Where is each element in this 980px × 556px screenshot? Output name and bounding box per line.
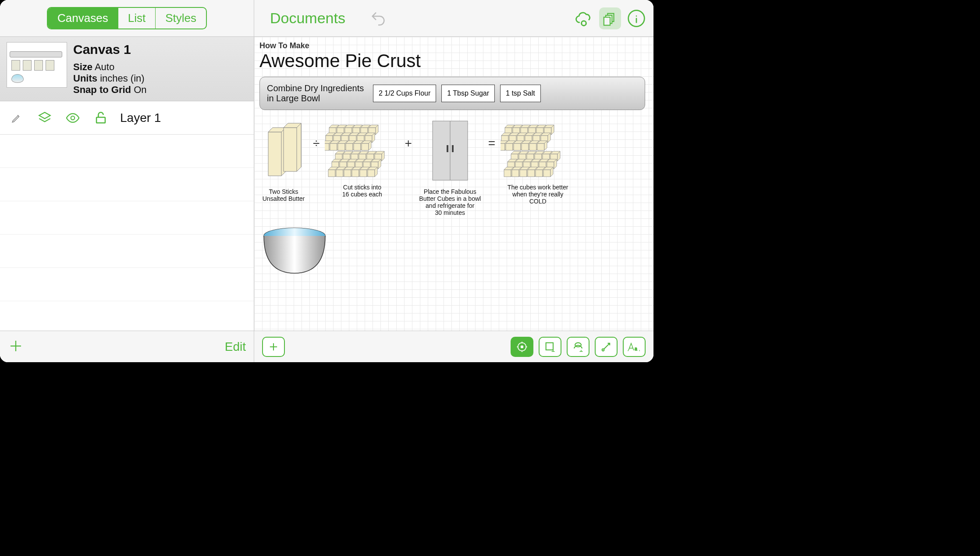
- svg-rect-20: [546, 342, 553, 349]
- canvas-area[interactable]: How To Make Awesome Pie Crust Combine Dr…: [254, 37, 653, 331]
- list-item: [0, 168, 254, 201]
- documents-button[interactable]: Documents: [270, 10, 345, 27]
- tab-list[interactable]: List: [118, 8, 156, 29]
- cloud-sync-icon[interactable]: [573, 7, 595, 29]
- diagram-cubes[interactable]: Cut sticks into 16 cubes each: [325, 119, 399, 198]
- layer-name: Layer 1: [120, 111, 161, 125]
- document-content: How To Make Awesome Pie Crust Combine Dr…: [259, 41, 645, 279]
- right-bottom-toolbar: a: [254, 331, 653, 362]
- caption: Cut sticks into 16 cubes each: [342, 184, 382, 198]
- canvases-icon[interactable]: [599, 7, 621, 29]
- canvas-thumbnail: [7, 42, 67, 88]
- svg-point-19: [521, 346, 523, 348]
- svg-rect-14: [447, 145, 448, 152]
- list-item: [0, 268, 254, 301]
- layers-list: Layer 1: [0, 101, 254, 331]
- svg-rect-15: [452, 145, 454, 152]
- add-shape-button[interactable]: [262, 337, 285, 357]
- svg-point-0: [71, 116, 75, 120]
- caption: Two Sticks Unsalted Butter: [263, 188, 305, 202]
- list-item: [0, 135, 254, 168]
- svg-rect-1: [96, 117, 105, 123]
- left-toolbar: Canvases List Styles: [0, 0, 254, 37]
- step-text: Combine Dry Ingredients in Large Bowl: [267, 83, 368, 103]
- ingredient-box[interactable]: 1 tsp Salt: [500, 85, 541, 102]
- list-item: [0, 235, 254, 268]
- line-tool[interactable]: [595, 337, 618, 357]
- layers-icon[interactable]: [36, 109, 53, 127]
- add-button[interactable]: [8, 338, 24, 356]
- view-segmented-control: Canvases List Styles: [47, 7, 207, 29]
- canvas-info: Canvas 1 Size Auto Units inches (in) Sna…: [73, 42, 146, 96]
- diagram: Two Sticks Unsalted Butter ÷: [259, 119, 645, 216]
- text-tool[interactable]: a: [623, 337, 646, 357]
- caption: Place the Fabulous Butter Cubes in a bow…: [417, 188, 483, 216]
- unlock-icon[interactable]: [92, 109, 110, 127]
- tab-canvases[interactable]: Canvases: [48, 8, 118, 29]
- doc-subtitle: How To Make: [259, 41, 645, 50]
- canvas-list-item[interactable]: Canvas 1 Size Auto Units inches (in) Sna…: [0, 37, 254, 101]
- canvas-title: Canvas 1: [73, 42, 146, 57]
- edit-button[interactable]: Edit: [225, 340, 246, 354]
- pencil-icon[interactable]: [8, 109, 25, 127]
- eye-icon[interactable]: [64, 109, 82, 127]
- ingredient-box[interactable]: 1 Tbsp Sugar: [441, 85, 495, 102]
- info-icon[interactable]: [625, 7, 647, 29]
- step-box[interactable]: Combine Dry Ingredients in Large Bowl 2 …: [259, 77, 645, 110]
- freehand-tool[interactable]: [567, 337, 589, 357]
- plus-operator: +: [405, 136, 412, 150]
- undo-button[interactable]: [367, 7, 389, 29]
- divide-operator: ÷: [313, 136, 320, 150]
- rectangle-tool[interactable]: [539, 337, 561, 357]
- doc-title: Awesome Pie Crust: [259, 50, 645, 71]
- svg-rect-4: [604, 17, 610, 25]
- caption: The cubes work better when they're reall…: [505, 184, 571, 205]
- layer-row[interactable]: Layer 1: [0, 101, 254, 135]
- tab-styles[interactable]: Styles: [156, 8, 206, 29]
- diagram-bowl[interactable]: [259, 225, 645, 279]
- right-toolbar: Documents: [254, 0, 653, 37]
- svg-text:a: a: [635, 345, 637, 352]
- diagram-butter[interactable]: Two Sticks Unsalted Butter: [259, 119, 308, 202]
- diagram-cold-cubes[interactable]: The cubes work better when they're reall…: [501, 119, 575, 205]
- diagram-fridge[interactable]: Place the Fabulous Butter Cubes in a bow…: [417, 119, 483, 216]
- ingredient-box[interactable]: 2 1/2 Cups Flour: [373, 85, 436, 102]
- equals-operator: =: [488, 136, 495, 150]
- selection-tool[interactable]: [511, 337, 533, 357]
- svg-point-21: [575, 342, 581, 346]
- list-item: [0, 201, 254, 235]
- left-bottom-toolbar: Edit: [0, 331, 254, 362]
